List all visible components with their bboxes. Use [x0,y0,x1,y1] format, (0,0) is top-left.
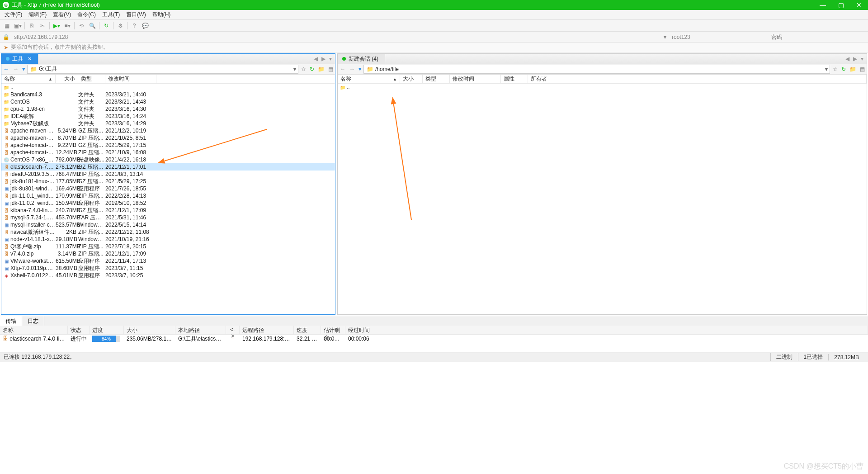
list-item[interactable]: ▣jdk-11.0.2_windows...150.94MB应用程序2019/5… [1,199,335,207]
list-item[interactable]: 🗄jdk-8u181-linux-x64...177.05MBGZ 压缩文...… [1,178,335,185]
tab-list-icon[interactable]: ▾ [859,56,865,62]
settings-icon[interactable]: ⚙ [116,22,124,30]
list-item[interactable]: 🗄apache-maven-3.1...5.24MBGZ 压缩文...2021/… [1,127,335,134]
list-item[interactable]: 🗄apache-tomcat-8.5...9.22MBGZ 压缩文...2021… [1,142,335,149]
list-item[interactable]: 📁CentOS文件夹2023/3/21, 14:43 [1,98,335,105]
list-item[interactable]: ▣mysql-installer-com...523.57MBWindows .… [1,221,335,228]
view-icon[interactable]: ▤ [326,66,335,72]
col-name[interactable]: 名称 ▲ [338,75,400,83]
up-icon[interactable]: ▾ [357,66,363,72]
tab-log[interactable]: 日志 [22,316,44,326]
list-item[interactable]: ▣node-v14.18.1-x64...29.18MBWindows ...2… [1,236,335,243]
tab-close-icon[interactable]: ✕ [28,56,32,62]
stop-icon[interactable]: ■▾ [63,22,71,30]
list-item[interactable]: ▣Xftp-7.0.0119p.exe38.60MB应用程序2023/3/7, … [1,265,335,272]
col-type[interactable]: 类型 [78,75,105,83]
list-item[interactable]: 🗄jdk-11.0.1_windows...170.99MBZIP 压缩...2… [1,192,335,199]
list-item[interactable]: 🗄ideaIU-2019.3.5.win...768.47MBZIP 压缩...… [1,171,335,178]
link-icon[interactable]: ⟲ [77,22,85,30]
refresh-local-icon[interactable]: ↻ [308,66,316,72]
search-icon[interactable]: 🔍 [88,22,96,30]
star-icon[interactable]: ☆ [299,66,308,72]
col-size[interactable]: 大小 [400,75,423,83]
new-session-icon[interactable]: ▦ [3,22,11,30]
xcol-name[interactable]: 名称 [0,326,68,334]
cut-icon[interactable]: ✂ [38,22,47,30]
tab-list-icon[interactable]: ▾ [328,56,333,62]
list-item[interactable]: 📁.. [1,84,335,91]
tab-next-icon[interactable]: ▶ [320,56,327,62]
help-icon[interactable]: ? [130,22,138,30]
xcol-progress[interactable]: 进度 [90,326,124,334]
col-size[interactable]: 大小 [56,75,78,83]
hint-arrow-icon[interactable]: ➤ [4,44,8,51]
xcol-elapsed[interactable]: 经过时间 [345,326,868,334]
list-item[interactable]: 🗄v7.4.0.zip3.14MBZIP 压缩...2021/12/1, 17:… [1,250,335,257]
menu-tool[interactable]: 工具(T) [102,11,120,19]
tab-prev-icon[interactable]: ◀ [844,56,851,62]
col-attr[interactable]: 属性 [501,75,528,83]
menu-view[interactable]: 查看(V) [53,11,71,19]
tab-next-icon[interactable]: ▶ [852,56,859,62]
xcol-local[interactable]: 本地路径 [175,326,226,334]
list-item[interactable]: 💿CentOS-7-x86_64-...792.00MB光盘映像...2021/… [1,156,335,163]
local-path-input[interactable]: 📁 G:\工具 ▾ [27,65,298,74]
close-button[interactable]: ✕ [850,0,868,10]
list-item[interactable]: ▣jdk-8u301-windows...169.46MB应用程序2021/7/… [1,185,335,192]
col-name[interactable]: 名称 ▲ [1,75,56,83]
list-item[interactable]: 🗄kibana-7.4.0-linux-x...240.78MBGZ 压缩文..… [1,207,335,214]
local-list-body[interactable]: 📁..📁Bandicam4.3文件夹2023/3/21, 14:40📁CentO… [1,84,335,314]
list-item[interactable]: 🗄elasticsearch-7.4.0-l...278.12MBGZ 压缩文.… [1,163,335,171]
play-icon[interactable]: ▶▾ [52,22,61,30]
url-input[interactable] [12,33,661,41]
tab-prev-icon[interactable]: ◀ [312,56,319,62]
list-item[interactable]: 📁Mybase7破解版文件夹2023/3/16, 14:29 [1,120,335,127]
menu-command[interactable]: 命令(C) [77,11,96,19]
list-item[interactable]: 🗄apache-maven-3.8...8.70MBZIP 压缩...2021/… [1,134,335,142]
back-icon[interactable]: ← [1,66,11,72]
col-owner[interactable]: 所有者 [528,75,867,83]
chat-icon[interactable]: 💬 [141,22,149,30]
remote-list-body[interactable]: 📁.. [338,84,867,314]
menu-window[interactable]: 窗口(W) [126,11,146,19]
list-item[interactable]: 🗄Qt客户端.zip111.37MBZIP 压缩...2022/7/18, 20… [1,243,335,250]
tab-transfer[interactable]: 传输 [0,316,22,326]
open-icon[interactable]: ▣▾ [14,22,22,30]
password-input[interactable] [769,33,868,41]
list-item[interactable]: 🗄apache-tomcat-9.0...12.24MBZIP 压缩...202… [1,149,335,156]
list-item[interactable]: ◈Xshell-7.0.0122p.exe45.01MB应用程序2023/3/7… [1,272,335,279]
forward-icon[interactable]: → [347,66,357,72]
list-item[interactable]: 📁IDEA破解文件夹2023/3/16, 14:24 [1,113,335,120]
remote-path-input[interactable]: 📁 /home/file ▾ [363,65,830,74]
xcol-speed[interactable]: 速度 [294,326,321,334]
xcol-remote[interactable]: 远程路径 [240,326,294,334]
list-item[interactable]: 📁cpu-z_1.98-cn文件夹2023/3/16, 14:30 [1,105,335,113]
list-item[interactable]: ▣VMware-workstatio...615.50MB应用程序2021/11… [1,257,335,265]
col-type[interactable]: 类型 [423,75,450,83]
xcol-remaining[interactable]: 估计剩余... [321,326,345,334]
list-item[interactable]: 🗄mysql-5.7.24-1.el6.x...453.70MBTAR 压缩..… [1,214,335,221]
refresh-remote-icon[interactable]: ↻ [840,66,848,72]
up-icon[interactable]: ▾ [20,66,27,72]
list-item[interactable]: 📁.. [338,84,867,91]
star-icon[interactable]: ☆ [831,66,840,72]
forward-icon[interactable]: → [11,66,20,72]
menu-edit[interactable]: 编辑(E) [28,11,47,19]
path-dropdown-icon[interactable]: ▾ [823,66,830,72]
back-icon[interactable]: ← [338,66,347,72]
list-item[interactable]: 📁Bandicam4.3文件夹2023/3/21, 14:40 [1,91,335,98]
view-icon[interactable]: ▤ [858,66,867,72]
xcol-size[interactable]: 大小 [124,326,175,334]
new-folder-icon[interactable]: 📁 [316,66,326,72]
new-folder-icon[interactable]: 📁 [848,66,858,72]
transfer-row[interactable]: 🗄 elasticsearch-7.4.0-linux-x... 进行中 84%… [0,335,868,343]
xcol-dir[interactable]: <-> [226,326,240,334]
remote-tab[interactable]: 新建会话 (4) [338,54,385,64]
col-date[interactable]: 修改时间 [105,75,156,83]
url-dropdown-icon[interactable]: ▾ [661,34,669,40]
username-input[interactable] [669,33,769,41]
xcol-status[interactable]: 状态 [68,326,90,334]
local-tab[interactable]: 工具 ✕ [1,54,38,64]
col-date[interactable]: 修改时间 [450,75,501,83]
refresh-icon[interactable]: ↻ [102,22,110,30]
